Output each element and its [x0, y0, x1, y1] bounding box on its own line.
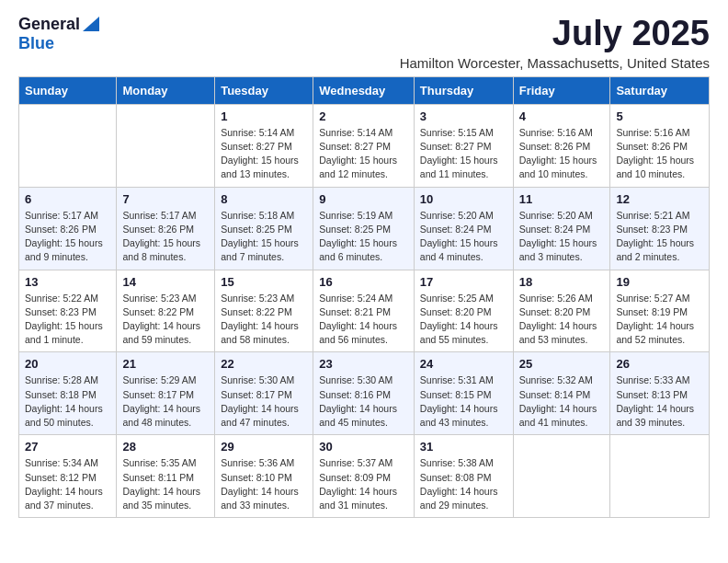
day-info: Sunrise: 5:17 AMSunset: 8:26 PMDaylight:…	[25, 209, 110, 265]
table-row: 22Sunrise: 5:30 AMSunset: 8:17 PMDayligh…	[215, 352, 313, 435]
table-row: 25Sunrise: 5:32 AMSunset: 8:14 PMDayligh…	[513, 352, 610, 435]
day-number: 23	[319, 357, 408, 371]
day-info: Sunrise: 5:34 AMSunset: 8:12 PMDaylight:…	[25, 456, 110, 512]
day-number: 11	[519, 192, 605, 206]
day-info: Sunrise: 5:20 AMSunset: 8:24 PMDaylight:…	[519, 209, 605, 265]
day-number: 18	[519, 275, 605, 289]
table-row: 28Sunrise: 5:35 AMSunset: 8:11 PMDayligh…	[117, 435, 215, 518]
table-row: 10Sunrise: 5:20 AMSunset: 8:24 PMDayligh…	[414, 187, 513, 270]
logo-blue: Blue	[18, 34, 54, 52]
table-row: 27Sunrise: 5:34 AMSunset: 8:12 PMDayligh…	[19, 435, 117, 518]
header-thursday: Thursday	[414, 76, 513, 104]
page-title: July 2025	[400, 15, 710, 53]
table-row: 18Sunrise: 5:26 AMSunset: 8:20 PMDayligh…	[513, 270, 610, 352]
day-number: 31	[420, 440, 507, 454]
day-number: 9	[319, 192, 408, 206]
day-number: 19	[616, 275, 703, 289]
day-number: 3	[420, 109, 507, 123]
day-number: 8	[221, 192, 307, 206]
day-info: Sunrise: 5:26 AMSunset: 8:20 PMDaylight:…	[519, 292, 605, 348]
table-row: 13Sunrise: 5:22 AMSunset: 8:23 PMDayligh…	[19, 270, 117, 352]
day-info: Sunrise: 5:37 AMSunset: 8:09 PMDaylight:…	[319, 456, 408, 512]
day-number: 13	[25, 275, 110, 289]
day-number: 1	[221, 109, 307, 123]
day-info: Sunrise: 5:32 AMSunset: 8:14 PMDaylight:…	[519, 373, 605, 430]
header-tuesday: Tuesday	[215, 76, 313, 104]
day-number: 15	[221, 275, 307, 289]
table-row	[610, 435, 710, 518]
day-info: Sunrise: 5:23 AMSunset: 8:22 PMDaylight:…	[221, 292, 307, 348]
day-number: 28	[122, 440, 209, 454]
day-info: Sunrise: 5:24 AMSunset: 8:21 PMDaylight:…	[319, 292, 408, 348]
day-info: Sunrise: 5:30 AMSunset: 8:16 PMDaylight:…	[319, 373, 408, 430]
table-row: 6Sunrise: 5:17 AMSunset: 8:26 PMDaylight…	[19, 187, 117, 270]
day-info: Sunrise: 5:14 AMSunset: 8:27 PMDaylight:…	[221, 126, 307, 182]
table-row: 20Sunrise: 5:28 AMSunset: 8:18 PMDayligh…	[19, 352, 117, 435]
table-row: 9Sunrise: 5:19 AMSunset: 8:25 PMDaylight…	[313, 187, 415, 270]
table-row: 30Sunrise: 5:37 AMSunset: 8:09 PMDayligh…	[313, 435, 415, 518]
day-info: Sunrise: 5:21 AMSunset: 8:23 PMDaylight:…	[616, 209, 703, 265]
day-info: Sunrise: 5:19 AMSunset: 8:25 PMDaylight:…	[319, 209, 408, 265]
calendar-week-row: 13Sunrise: 5:22 AMSunset: 8:23 PMDayligh…	[19, 270, 710, 352]
day-number: 2	[319, 109, 408, 123]
logo: General Blue	[18, 15, 99, 53]
day-number: 30	[319, 440, 408, 454]
day-info: Sunrise: 5:30 AMSunset: 8:17 PMDaylight:…	[221, 373, 307, 430]
day-number: 17	[420, 275, 507, 289]
day-info: Sunrise: 5:38 AMSunset: 8:08 PMDaylight:…	[420, 456, 507, 512]
table-row: 24Sunrise: 5:31 AMSunset: 8:15 PMDayligh…	[414, 352, 513, 435]
page-header: General Blue July 2025 Hamilton Worceste…	[18, 15, 710, 71]
day-info: Sunrise: 5:18 AMSunset: 8:25 PMDaylight:…	[221, 209, 307, 265]
table-row	[117, 104, 215, 187]
table-row: 8Sunrise: 5:18 AMSunset: 8:25 PMDaylight…	[215, 187, 313, 270]
table-row: 15Sunrise: 5:23 AMSunset: 8:22 PMDayligh…	[215, 270, 313, 352]
day-info: Sunrise: 5:29 AMSunset: 8:17 PMDaylight:…	[122, 373, 209, 430]
calendar-week-row: 27Sunrise: 5:34 AMSunset: 8:12 PMDayligh…	[19, 435, 710, 518]
calendar-table: Sunday Monday Tuesday Wednesday Thursday…	[18, 76, 710, 518]
day-number: 14	[122, 275, 209, 289]
svg-marker-0	[83, 17, 99, 31]
day-info: Sunrise: 5:36 AMSunset: 8:10 PMDaylight:…	[221, 456, 307, 512]
day-number: 10	[420, 192, 507, 206]
table-row: 19Sunrise: 5:27 AMSunset: 8:19 PMDayligh…	[610, 270, 710, 352]
table-row: 31Sunrise: 5:38 AMSunset: 8:08 PMDayligh…	[414, 435, 513, 518]
day-info: Sunrise: 5:23 AMSunset: 8:22 PMDaylight:…	[122, 292, 209, 348]
day-info: Sunrise: 5:20 AMSunset: 8:24 PMDaylight:…	[420, 209, 507, 265]
day-number: 22	[221, 357, 307, 371]
table-row	[513, 435, 610, 518]
table-row: 26Sunrise: 5:33 AMSunset: 8:13 PMDayligh…	[610, 352, 710, 435]
day-number: 7	[122, 192, 209, 206]
day-number: 12	[616, 192, 703, 206]
header-friday: Friday	[513, 76, 610, 104]
day-info: Sunrise: 5:33 AMSunset: 8:13 PMDaylight:…	[616, 373, 703, 430]
day-info: Sunrise: 5:27 AMSunset: 8:19 PMDaylight:…	[616, 292, 703, 348]
day-number: 27	[25, 440, 110, 454]
table-row: 4Sunrise: 5:16 AMSunset: 8:26 PMDaylight…	[513, 104, 610, 187]
table-row: 21Sunrise: 5:29 AMSunset: 8:17 PMDayligh…	[117, 352, 215, 435]
table-row: 16Sunrise: 5:24 AMSunset: 8:21 PMDayligh…	[313, 270, 415, 352]
table-row: 12Sunrise: 5:21 AMSunset: 8:23 PMDayligh…	[610, 187, 710, 270]
day-number: 4	[519, 109, 605, 123]
day-number: 6	[25, 192, 110, 206]
table-row: 2Sunrise: 5:14 AMSunset: 8:27 PMDaylight…	[313, 104, 415, 187]
day-info: Sunrise: 5:28 AMSunset: 8:18 PMDaylight:…	[25, 373, 110, 430]
day-info: Sunrise: 5:25 AMSunset: 8:20 PMDaylight:…	[420, 292, 507, 348]
day-info: Sunrise: 5:22 AMSunset: 8:23 PMDaylight:…	[25, 292, 110, 348]
day-info: Sunrise: 5:17 AMSunset: 8:26 PMDaylight:…	[122, 209, 209, 265]
day-info: Sunrise: 5:16 AMSunset: 8:26 PMDaylight:…	[616, 126, 703, 182]
day-number: 24	[420, 357, 507, 371]
header-monday: Monday	[117, 76, 215, 104]
table-row: 3Sunrise: 5:15 AMSunset: 8:27 PMDaylight…	[414, 104, 513, 187]
calendar-header-row: Sunday Monday Tuesday Wednesday Thursday…	[19, 76, 710, 104]
title-block: July 2025 Hamilton Worcester, Massachuse…	[400, 15, 710, 71]
calendar-week-row: 6Sunrise: 5:17 AMSunset: 8:26 PMDaylight…	[19, 187, 710, 270]
day-info: Sunrise: 5:31 AMSunset: 8:15 PMDaylight:…	[420, 373, 507, 430]
day-info: Sunrise: 5:15 AMSunset: 8:27 PMDaylight:…	[420, 126, 507, 182]
table-row: 1Sunrise: 5:14 AMSunset: 8:27 PMDaylight…	[215, 104, 313, 187]
page-subtitle: Hamilton Worcester, Massachusetts, Unite…	[400, 55, 710, 71]
day-number: 26	[616, 357, 703, 371]
calendar-week-row: 20Sunrise: 5:28 AMSunset: 8:18 PMDayligh…	[19, 352, 710, 435]
day-number: 21	[122, 357, 209, 371]
calendar-week-row: 1Sunrise: 5:14 AMSunset: 8:27 PMDaylight…	[19, 104, 710, 187]
day-number: 16	[319, 275, 408, 289]
